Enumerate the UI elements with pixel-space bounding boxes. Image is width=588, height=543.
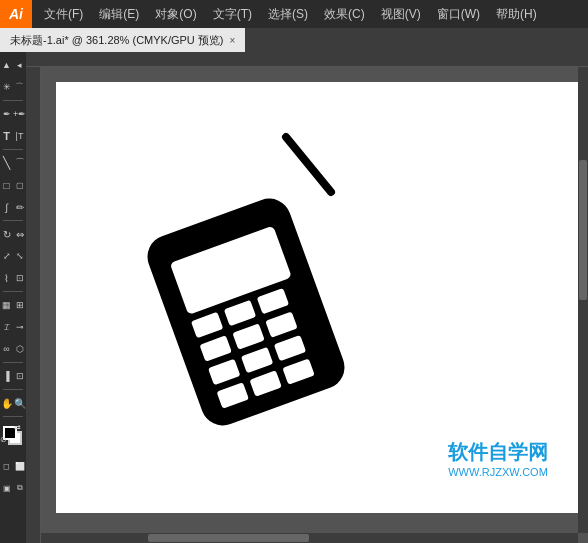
tool-group-pen: ✒ +✒	[0, 103, 26, 125]
tool-group-line: ╲ ⌒	[0, 152, 26, 174]
tab-close-button[interactable]: ×	[230, 35, 236, 46]
titlebar: Ai 文件(F) 编辑(E) 对象(O) 文字(T) 选择(S) 效果(C) 视…	[0, 0, 588, 28]
eyedropper-tool[interactable]: 𝓘	[0, 316, 13, 338]
menu-help[interactable]: 帮助(H)	[488, 0, 545, 28]
svg-line-0	[286, 137, 331, 192]
artboard-tool[interactable]: ⊡	[13, 365, 26, 387]
menu-select[interactable]: 选择(S)	[260, 0, 316, 28]
tab-active[interactable]: 未标题-1.ai* @ 361.28% (CMYK/GPU 预览) ×	[0, 28, 245, 52]
fullscreen-mode-button[interactable]: ⬜	[13, 455, 26, 477]
tool-group-hand: ✋ 🔍	[0, 392, 26, 414]
gradient-tool[interactable]: ▦	[0, 294, 13, 316]
tool-separator-3	[3, 220, 23, 221]
artboard: 软件自学网 WWW.RJZXW.COM	[56, 82, 578, 513]
selection-tool[interactable]: ▲	[0, 54, 13, 76]
line-tool[interactable]: ╲	[0, 152, 13, 174]
reflect-tool[interactable]: ⇔	[13, 223, 26, 245]
tab-label: 未标题-1.ai* @ 361.28% (CMYK/GPU 预览)	[10, 33, 224, 48]
scale-tool[interactable]: ⤢	[0, 245, 13, 267]
canvas-area: 软件自学网 WWW.RJZXW.COM	[26, 52, 588, 543]
mesh-tool[interactable]: ⊞	[13, 294, 26, 316]
none-swatch[interactable]: ⊘	[0, 435, 7, 444]
main-area: ▲ ◂ ✳ ⌒ ✒ +✒ T |T ╲ ⌒ □ ▢ ∫ ✏ ↻	[0, 52, 588, 543]
tool-separator-6	[3, 389, 23, 390]
ruler-top	[26, 52, 588, 67]
scrollbar-horizontal[interactable]	[41, 533, 578, 543]
mode-buttons: ◻ ⬜	[0, 455, 26, 477]
tool-group-graph: ▐ ⊡	[0, 365, 26, 387]
paintbrush-tool[interactable]: ∫	[0, 196, 13, 218]
menu-edit[interactable]: 编辑(E)	[91, 0, 147, 28]
watermark: 软件自学网 WWW.RJZXW.COM	[448, 439, 548, 478]
menu-effect[interactable]: 效果(C)	[316, 0, 373, 28]
menu-window[interactable]: 窗口(W)	[429, 0, 488, 28]
tool-group-blend: ∞ ⬡	[0, 338, 26, 360]
tabbar: 未标题-1.ai* @ 361.28% (CMYK/GPU 预览) ×	[0, 28, 588, 52]
tool-group-rotate: ↻ ⇔	[0, 223, 26, 245]
tool-group-lasso: ✳ ⌒	[0, 76, 26, 98]
menu-bar: 文件(F) 编辑(E) 对象(O) 文字(T) 选择(S) 效果(C) 视图(V…	[32, 0, 588, 28]
pencil-tool[interactable]: ✏	[13, 196, 26, 218]
hand-tool[interactable]: ✋	[0, 392, 13, 414]
scrollbar-vertical-thumb[interactable]	[579, 160, 587, 300]
menu-object[interactable]: 对象(O)	[147, 0, 204, 28]
swap-colors-icon[interactable]: ⇄	[14, 423, 21, 432]
tool-group-brush: ∫ ✏	[0, 196, 26, 218]
blend-tool[interactable]: ∞	[0, 338, 13, 360]
rotate-tool[interactable]: ↻	[0, 223, 13, 245]
tool-group-selection: ▲ ◂	[0, 54, 26, 76]
shear-tool[interactable]: ⤡	[13, 245, 26, 267]
tool-separator-1	[3, 100, 23, 101]
normal-mode-button[interactable]: ◻	[0, 455, 13, 477]
color-swatch-area: ⇄ ⊘	[0, 421, 26, 455]
ruler-left	[26, 67, 41, 543]
vertical-type-tool[interactable]: |T	[13, 125, 26, 147]
type-tool[interactable]: T	[0, 125, 13, 147]
add-anchor-tool[interactable]: +✒	[13, 103, 26, 125]
tool-group-type: T |T	[0, 125, 26, 147]
watermark-site-name: 软件自学网	[448, 439, 548, 466]
live-paint-tool[interactable]: ⬡	[13, 338, 26, 360]
scrollbar-vertical[interactable]	[578, 67, 588, 533]
tool-separator-7	[3, 416, 23, 417]
tool-group-rect: □ ▢	[0, 174, 26, 196]
tool-separator-4	[3, 291, 23, 292]
menu-file[interactable]: 文件(F)	[36, 0, 91, 28]
menu-view[interactable]: 视图(V)	[373, 0, 429, 28]
tool-separator-5	[3, 362, 23, 363]
screen-mode-2[interactable]: ⧉	[13, 477, 26, 499]
tool-group-eyedropper: 𝓘 ⊸	[0, 316, 26, 338]
ai-logo: Ai	[0, 0, 32, 28]
tool-group-warp: ⌇ ⊡	[0, 267, 26, 289]
screen-mode-1[interactable]: ▣	[0, 477, 13, 499]
zoom-tool[interactable]: 🔍	[13, 392, 26, 414]
screen-mode-buttons: ▣ ⧉	[0, 477, 26, 499]
direct-selection-tool[interactable]: ◂	[13, 54, 26, 76]
rectangle-tool[interactable]: □	[0, 174, 13, 196]
arc-tool[interactable]: ⌒	[13, 152, 26, 174]
column-graph-tool[interactable]: ▐	[0, 365, 13, 387]
phone-icon	[116, 132, 376, 432]
left-toolbar: ▲ ◂ ✳ ⌒ ✒ +✒ T |T ╲ ⌒ □ ▢ ∫ ✏ ↻	[0, 52, 26, 543]
lasso-tool[interactable]: ⌒	[13, 76, 26, 98]
free-transform-tool[interactable]: ⊡	[13, 267, 26, 289]
tool-separator-2	[3, 149, 23, 150]
magic-wand-tool[interactable]: ✳	[0, 76, 13, 98]
warp-tool[interactable]: ⌇	[0, 267, 13, 289]
scrollbar-horizontal-thumb[interactable]	[148, 534, 309, 542]
tool-group-gradient: ▦ ⊞	[0, 294, 26, 316]
measure-tool[interactable]: ⊸	[13, 316, 26, 338]
watermark-url: WWW.RJZXW.COM	[448, 466, 548, 478]
tool-group-scale: ⤢ ⤡	[0, 245, 26, 267]
rounded-rect-tool[interactable]: ▢	[13, 174, 26, 196]
pen-tool[interactable]: ✒	[0, 103, 13, 125]
menu-type[interactable]: 文字(T)	[205, 0, 260, 28]
